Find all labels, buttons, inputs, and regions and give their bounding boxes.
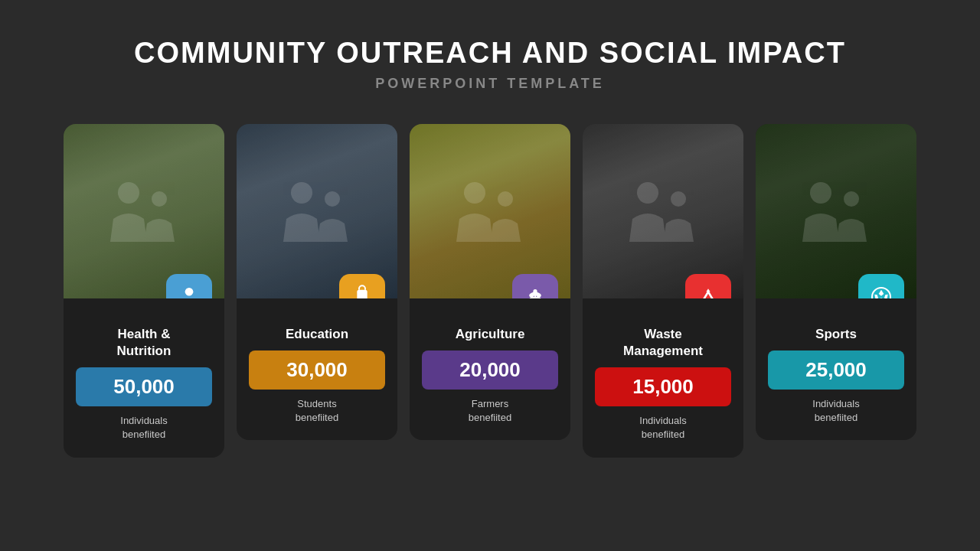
card-waste: WasteManagement 15,000 Individualsbenefi…: [583, 124, 743, 458]
card-agriculture: Agriculture 20,000 Farmersbenefiited: [410, 124, 570, 440]
svg-marker-23: [878, 298, 884, 298]
card-image-education: [237, 124, 397, 298]
svg-point-18: [671, 191, 686, 207]
svg-point-1: [152, 191, 167, 207]
card-body-sports: Sports 25,000 Individualsbenefiited: [756, 298, 916, 440]
card-sports: Sports 25,000 Individualsbenefiited: [756, 124, 916, 440]
card-image-waste: [583, 124, 743, 298]
svg-rect-4: [187, 296, 191, 298]
card-title-health: Health &Nutrition: [117, 326, 172, 360]
card-description-agriculture: Farmersbenefiited: [469, 397, 511, 428]
card-body-waste: WasteManagement 15,000 Individualsbenefi…: [583, 298, 743, 458]
card-education: Education 30,000 Studentsbenefiited: [237, 124, 397, 440]
svg-marker-22: [879, 290, 884, 296]
card-description-sports: Individualsbenefiited: [812, 397, 859, 428]
svg-point-17: [637, 182, 658, 204]
main-title: COMMUNITY OUTREACH AND SOCIAL IMPACT: [134, 37, 846, 70]
card-title-agriculture: Agriculture: [456, 326, 525, 343]
svg-rect-8: [360, 294, 364, 297]
card-number-agriculture: 20,000: [422, 350, 558, 390]
svg-point-9: [464, 182, 485, 204]
svg-marker-25: [884, 295, 888, 298]
card-image-sports: [756, 124, 916, 298]
icon-badge-education: [339, 274, 385, 298]
svg-point-0: [118, 182, 139, 204]
card-image-agriculture: [410, 124, 570, 298]
svg-point-5: [291, 182, 312, 204]
svg-marker-24: [874, 295, 878, 298]
svg-point-20: [844, 191, 859, 207]
card-description-health: Individualsbenefiited: [120, 414, 167, 445]
card-body-agriculture: Agriculture 20,000 Farmersbenefiited: [410, 298, 570, 440]
card-title-waste: WasteManagement: [623, 326, 703, 360]
card-body-education: Education 30,000 Studentsbenefiited: [237, 298, 397, 440]
svg-point-10: [498, 191, 513, 207]
card-description-education: Studentsbenefiited: [296, 397, 338, 428]
sub-title: POWERPOINT TEMPLATE: [134, 76, 846, 92]
page-header: COMMUNITY OUTREACH AND SOCIAL IMPACT POW…: [134, 0, 846, 99]
card-body-health: Health &Nutrition 50,000 Individualsbene…: [64, 298, 224, 458]
card-number-sports: 25,000: [768, 350, 904, 390]
card-title-education: Education: [286, 326, 348, 343]
svg-point-16: [533, 289, 537, 295]
card-title-sports: Sports: [815, 326, 857, 343]
svg-point-19: [810, 182, 831, 204]
cards-container: Health &Nutrition 50,000 Individualsbene…: [25, 124, 955, 458]
card-number-health: 50,000: [76, 367, 212, 406]
card-description-waste: Individualsbenefiited: [639, 414, 686, 445]
card-image-health: [64, 124, 224, 298]
card-number-waste: 15,000: [595, 367, 731, 406]
svg-point-2: [185, 288, 194, 296]
card-health: Health &Nutrition 50,000 Individualsbene…: [64, 124, 224, 458]
card-number-education: 30,000: [249, 350, 385, 390]
icon-badge-sports: [858, 274, 904, 298]
svg-point-6: [325, 191, 340, 207]
icon-badge-waste: [685, 274, 731, 298]
icon-badge-agriculture: [512, 274, 558, 298]
icon-badge-health: [166, 274, 212, 298]
